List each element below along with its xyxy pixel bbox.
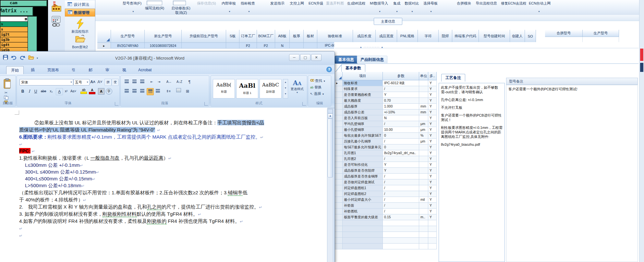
minimize-button[interactable]: ─	[289, 54, 299, 61]
param-cell[interactable]: Y	[428, 139, 437, 144]
param-cell[interactable]: 平均孔壁铜厚	[343, 121, 383, 127]
param-cell[interactable]: 0	[383, 133, 419, 139]
table-column-header[interactable]: 板厚	[290, 30, 304, 43]
param-cell[interactable]: Y	[383, 162, 419, 168]
param-cell[interactable]	[419, 226, 428, 232]
table-column-header[interactable]: BOM工厂	[257, 30, 275, 43]
undo-icon[interactable]	[11, 55, 17, 61]
param-cell[interactable]: Y	[428, 109, 437, 115]
param-cell[interactable]: 1.000	[383, 104, 419, 109]
param-cell[interactable]	[419, 220, 428, 226]
cam-scroll-strip[interactable]	[27, 16, 37, 52]
subtab-basic-params[interactable]: 基本参数	[341, 64, 365, 72]
menu-input-box[interactable]	[147, 1, 162, 5]
factory-icon[interactable]	[50, 1, 63, 13]
styles-dialog-launcher[interactable]	[302, 102, 306, 106]
bullets-icon[interactable]	[123, 79, 130, 85]
save-icon[interactable]	[3, 55, 8, 61]
open-folder-icon[interactable]	[28, 55, 34, 61]
param-cell[interactable]	[419, 232, 428, 238]
param-cell[interactable]: Y	[428, 174, 437, 179]
table-column-header[interactable]: SO	[525, 30, 536, 43]
param-cell[interactable]	[335, 92, 343, 98]
model-note-body[interactable]: 客户还需要一个额外的PCB进行可焊性测试!	[506, 85, 638, 262]
param-cell[interactable]	[343, 232, 383, 238]
merge-column-header[interactable]: 生产型号	[583, 30, 619, 37]
menu-dropdown-icon[interactable]: ▼	[538, 10, 540, 13]
change-styles-button[interactable]: AA 更改样式 ▼	[289, 79, 305, 100]
replace-button[interactable]: ab 替换	[310, 85, 322, 90]
param-cell[interactable]: μm	[419, 139, 428, 144]
menu-item[interactable]: 合拼模块	[457, 1, 471, 6]
menu-item[interactable]: 保存信息(S)	[197, 1, 216, 6]
param-cell[interactable]	[383, 244, 419, 249]
multilevel-list-icon[interactable]	[139, 79, 145, 85]
table-column-header[interactable]: 验收标准	[317, 30, 353, 43]
menu-dropdown-icon[interactable]: ▼	[396, 10, 398, 13]
table-column-header[interactable]: 阻焊	[439, 30, 452, 43]
folder-icon[interactable]	[75, 34, 85, 45]
table-column-header[interactable]: 创建人	[510, 30, 525, 43]
table-column-header[interactable]: 订单工厂	[239, 30, 257, 43]
param-cell[interactable]	[419, 179, 428, 185]
param-cell[interactable]: Y	[383, 168, 419, 174]
param-cell[interactable]: /	[383, 174, 419, 179]
char-case-icon[interactable]: 变	[112, 79, 119, 86]
param-cell[interactable]: Y	[428, 115, 437, 121]
param-cell[interactable]: 0.70	[383, 98, 419, 104]
right-edge-strip[interactable]	[639, 0, 644, 262]
nav-item-data-management[interactable]: 数据管理	[65, 9, 95, 17]
cam-list-item[interactable]: ig3b	[0, 37, 28, 42]
param-cell[interactable]: %	[419, 133, 428, 139]
param-cell[interactable]: Y	[428, 121, 437, 127]
menu-item[interactable]: 编写流程(R)	[145, 6, 164, 11]
param-cell[interactable]: m..	[419, 214, 428, 220]
param-cell[interactable]	[343, 238, 383, 244]
cam-matrix-window[interactable]: Matrix ...	[0, 6, 33, 16]
param-cell[interactable]: 是否需要翘曲检查	[343, 92, 383, 98]
redo-icon[interactable]	[20, 55, 26, 61]
param-cell[interactable]	[335, 168, 343, 174]
table-cell[interactable]: P2	[239, 43, 257, 49]
table-column-header[interactable]: 生产型号	[111, 30, 145, 43]
param-cell[interactable]	[335, 197, 343, 203]
param-cell[interactable]	[428, 232, 437, 238]
param-cell[interactable]: mil	[419, 197, 428, 203]
menu-item[interactable]: 启动修改(E)	[171, 6, 190, 11]
numbering-icon[interactable]	[131, 79, 138, 85]
scroll-up-icon[interactable]: ▲	[328, 113, 333, 119]
param-cell[interactable]: /	[383, 179, 419, 185]
table-cell[interactable]: ▸	[97, 43, 111, 49]
superscript-button[interactable]: x²	[63, 88, 69, 95]
param-cell[interactable]	[335, 232, 343, 238]
distribute-icon[interactable]	[154, 88, 161, 95]
param-cell[interactable]	[419, 203, 428, 209]
cam-list-header[interactable]: ▦	[0, 17, 28, 22]
menu-item[interactable]: 生成MI流程	[347, 1, 365, 6]
calculator-icon[interactable]	[51, 16, 62, 27]
pinyin-guide-icon[interactable]: 拼	[104, 79, 112, 86]
param-cell[interactable]	[419, 92, 428, 98]
param-cell[interactable]: mm	[419, 104, 428, 109]
tab-product-profile[interactable]: 产品剖面信息	[357, 56, 387, 63]
param-cell[interactable]: μm	[419, 121, 428, 127]
sort-icon[interactable]: A↓Z	[175, 79, 184, 85]
show-marks-icon[interactable]: ¶	[186, 79, 193, 85]
menu-item[interactable]: 文控上网	[290, 1, 304, 6]
decrease-indent-icon[interactable]: ⇤	[149, 79, 155, 85]
menu-item[interactable]: 修复ECN去流程	[501, 1, 526, 6]
change-case-button[interactable]: Aa˅	[70, 88, 77, 95]
param-cell[interactable]: Y	[428, 214, 437, 220]
menu-dropdown-icon[interactable]: ▼	[411, 10, 413, 13]
param-column-header[interactable]: 项目	[343, 72, 383, 80]
param-cell[interactable]: Y	[428, 197, 437, 203]
param-cell[interactable]: Y	[383, 92, 419, 98]
menu-item[interactable]: 取消(Z)	[175, 10, 187, 15]
ribbon-tab-邮件[interactable]: 邮件	[83, 66, 98, 74]
menu-dropdown-icon[interactable]: ▼	[430, 10, 432, 13]
menu-item[interactable]: 型号查询(F)	[123, 1, 141, 6]
param-cell[interactable]: Y	[428, 209, 437, 214]
param-column-header[interactable]: 多..	[428, 72, 437, 80]
word-document[interactable]: ②如果板上没有加 UL 标记并且所使用板材为 UL 认证过的板材，则在终检工序备…	[0, 108, 327, 262]
ribbon-tab-页面布局[interactable]: 页面布局	[43, 66, 64, 74]
